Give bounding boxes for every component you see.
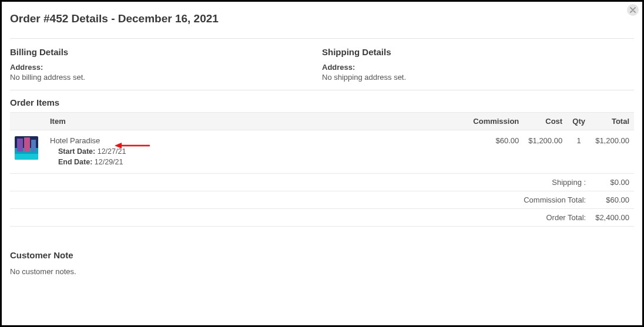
order-totals-table: Shipping : $0.00 Commission Total: $60.0… xyxy=(10,174,634,227)
svg-rect-2 xyxy=(17,139,23,151)
shipping-total-value: $0.00 xyxy=(591,174,634,191)
modal-title: Order #452 Details - December 16, 2021 xyxy=(10,2,634,39)
commission-total-label: Commission Total: xyxy=(10,191,591,209)
order-total-label: Order Total: xyxy=(10,209,591,227)
col-commission: Commission xyxy=(468,113,524,130)
svg-marker-7 xyxy=(115,143,122,149)
close-button[interactable] xyxy=(627,4,639,16)
col-cost: Cost xyxy=(524,113,567,130)
customer-note-heading: Customer Note xyxy=(10,250,634,260)
order-items-heading: Order Items xyxy=(10,90,634,112)
end-date-label: End Date: xyxy=(58,158,92,166)
svg-rect-5 xyxy=(15,154,38,160)
cell-commission: $60.00 xyxy=(468,130,524,174)
start-date-label: Start Date: xyxy=(58,147,95,156)
end-date-value: 12/29/21 xyxy=(95,158,123,166)
shipping-details-section: Shipping Details Address: No shipping ad… xyxy=(322,47,634,82)
customer-note-section: Customer Note No customer notes. xyxy=(10,227,634,276)
cell-total: $1,200.00 xyxy=(591,130,634,174)
shipping-total-label: Shipping : xyxy=(10,174,591,191)
billing-heading: Billing Details xyxy=(10,47,322,57)
close-icon xyxy=(630,7,636,13)
order-total-value: $2,400.00 xyxy=(591,209,634,227)
cell-cost: $1,200.00 xyxy=(524,130,567,174)
svg-rect-3 xyxy=(24,137,30,151)
col-item: Item xyxy=(45,113,468,130)
item-thumbnail xyxy=(15,136,38,160)
shipping-heading: Shipping Details xyxy=(322,47,634,57)
col-total: Total xyxy=(591,113,634,130)
billing-address-label: Address: xyxy=(10,63,322,72)
svg-rect-4 xyxy=(31,140,36,151)
billing-address-text: No billing address set. xyxy=(10,73,322,82)
shipping-address-text: No shipping address set. xyxy=(322,73,634,82)
commission-total-value: $60.00 xyxy=(591,191,634,209)
table-row: Hotel Paradise Start Date: 12/27/21 xyxy=(10,130,634,174)
order-items-table: Item Commission Cost Qty Total xyxy=(10,112,634,174)
billing-details-section: Billing Details Address: No billing addr… xyxy=(10,47,322,82)
annotation-arrow-icon xyxy=(115,141,150,150)
item-name: Hotel Paradise xyxy=(50,136,464,145)
cell-qty: 1 xyxy=(567,130,591,174)
order-details-modal: Order #452 Details - December 16, 2021 B… xyxy=(2,2,642,325)
shipping-address-label: Address: xyxy=(322,63,634,72)
col-qty: Qty xyxy=(567,113,591,130)
customer-note-body: No customer notes. xyxy=(10,267,634,276)
